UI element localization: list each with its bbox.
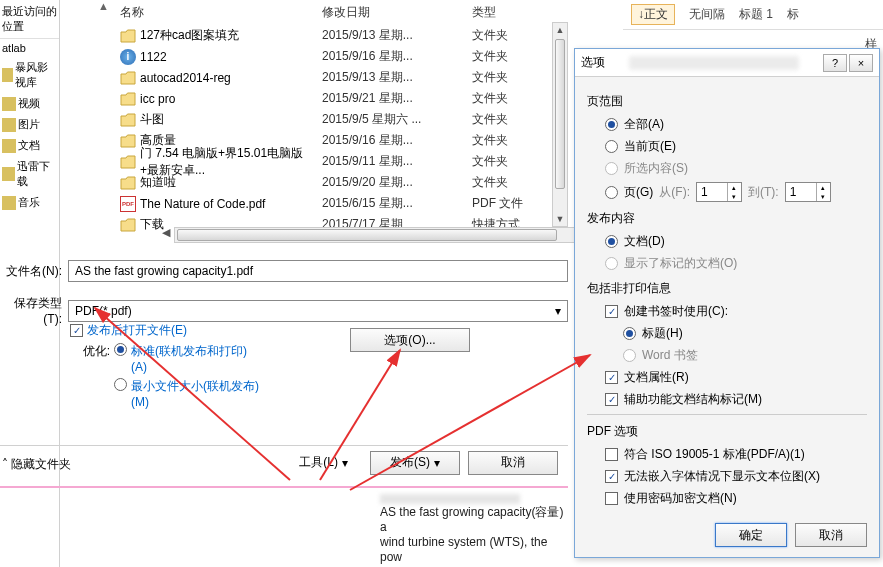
pdf-options-title: PDF 选项 bbox=[587, 423, 867, 440]
range-pages-radio[interactable] bbox=[605, 186, 618, 199]
document-text: AS the fast growing capacity(容量) a wind … bbox=[380, 505, 570, 567]
nav-item[interactable]: atlab bbox=[0, 39, 59, 57]
style-heading[interactable]: 标 bbox=[787, 6, 799, 23]
h-scrollbar[interactable]: ▶ bbox=[174, 227, 619, 243]
optimize-standard-label: 标准(联机发布和打印)(A) bbox=[131, 343, 261, 374]
folder-icon bbox=[120, 29, 136, 43]
chevron-up-icon: ˄ bbox=[2, 457, 11, 471]
folder-icon bbox=[120, 71, 136, 85]
word-bookmarks-radio bbox=[623, 349, 636, 362]
tools-button[interactable]: 工具(L)▾ bbox=[285, 452, 362, 474]
content-doc-radio[interactable] bbox=[605, 235, 618, 248]
hide-folders-toggle[interactable]: ˄ 隐藏文件夹 bbox=[2, 456, 71, 473]
chevron-down-icon: ▾ bbox=[434, 456, 440, 470]
docprops-checkbox[interactable]: ✓ bbox=[605, 371, 618, 384]
left-nav: 最近访问的位置 atlab 暴风影视库 视频 图片 文档 迅雷下载 音乐 bbox=[0, 0, 60, 567]
folder-icon bbox=[120, 92, 136, 106]
nav-item[interactable]: 文档 bbox=[0, 135, 59, 156]
optimize-minsize-radio[interactable] bbox=[114, 378, 127, 391]
bookmarks-checkbox[interactable]: ✓ bbox=[605, 305, 618, 318]
close-button[interactable]: × bbox=[849, 54, 873, 72]
optimize-standard-radio[interactable] bbox=[114, 343, 127, 356]
publish-content-title: 发布内容 bbox=[587, 210, 867, 227]
encrypt-checkbox[interactable] bbox=[605, 492, 618, 505]
file-row[interactable]: icc pro2015/9/21 星期...文件夹 bbox=[62, 88, 568, 109]
filetype-label: 保存类型(T): bbox=[0, 295, 62, 326]
options-dialog: 选项 ? × 页范围 全部(A) 当前页(E) 所选内容(S) 页(G) 从(F… bbox=[574, 48, 880, 558]
library-icon bbox=[2, 97, 16, 111]
open-after-label: 发布后打开文件(E) bbox=[87, 322, 187, 339]
style-nospacing[interactable]: 无间隔 bbox=[689, 6, 725, 23]
file-row[interactable]: 127种cad图案填充2015/9/13 星期...文件夹 bbox=[62, 25, 568, 46]
left-nav-header: 最近访问的位置 bbox=[0, 0, 59, 39]
dialog-titlebar: 选项 ? × bbox=[575, 49, 879, 77]
content-marked-radio bbox=[605, 257, 618, 270]
chevron-down-icon: ▾ bbox=[342, 456, 348, 470]
blurred-text bbox=[629, 56, 799, 70]
open-after-checkbox[interactable]: ✓ bbox=[70, 324, 83, 337]
help-button[interactable]: ? bbox=[823, 54, 847, 72]
filename-label: 文件名(N): bbox=[0, 263, 62, 280]
optimize-label: 优化: bbox=[70, 343, 110, 360]
range-selection-radio bbox=[605, 162, 618, 175]
filename-input[interactable] bbox=[68, 260, 568, 282]
nav-item[interactable]: 迅雷下载 bbox=[0, 156, 59, 192]
save-options: ✓ 发布后打开文件(E) 优化: 标准(联机发布和打印)(A) 最小文件大小(联… bbox=[70, 322, 568, 413]
file-row[interactable]: 斗图2015/9/5 星期六 ...文件夹 bbox=[62, 109, 568, 130]
info-icon: i bbox=[120, 49, 136, 65]
up-arrow-icon[interactable]: ▲ bbox=[98, 0, 109, 12]
file-list-area: ▲ 名称 修改日期 类型 127种cad图案填充2015/9/13 星期...文… bbox=[62, 0, 568, 245]
to-spinner[interactable]: 1▴▾ bbox=[785, 182, 831, 202]
dialog-bottom-bar: ˄ 隐藏文件夹 工具(L)▾ 发布(S)▾ 取消 bbox=[0, 445, 568, 479]
nonprint-title: 包括非打印信息 bbox=[587, 280, 867, 297]
nav-item[interactable]: 视频 bbox=[0, 93, 59, 114]
library-icon bbox=[2, 196, 16, 210]
col-date[interactable]: 修改日期 bbox=[322, 4, 472, 21]
blurred-heading bbox=[380, 494, 520, 504]
publish-button[interactable]: 发布(S)▾ bbox=[370, 451, 460, 475]
ok-button[interactable]: 确定 bbox=[715, 523, 787, 547]
cancel-button[interactable]: 取消 bbox=[468, 451, 558, 475]
filetype-combo[interactable]: PDF(*.pdf)▾ bbox=[68, 300, 568, 322]
range-all-radio[interactable] bbox=[605, 118, 618, 131]
col-type[interactable]: 类型 bbox=[472, 4, 552, 21]
chevron-down-icon: ▾ bbox=[555, 304, 561, 318]
dialog-cancel-button[interactable]: 取消 bbox=[795, 523, 867, 547]
library-icon bbox=[2, 167, 15, 181]
divider bbox=[0, 486, 568, 488]
file-row[interactable]: i11222015/9/16 星期...文件夹 bbox=[62, 46, 568, 67]
folder-icon bbox=[120, 176, 136, 190]
pdf-icon: PDF bbox=[120, 196, 136, 212]
page-range-title: 页范围 bbox=[587, 93, 867, 110]
folder-icon bbox=[120, 218, 136, 232]
file-list-header: 名称 修改日期 类型 bbox=[62, 0, 568, 25]
library-icon bbox=[2, 118, 16, 132]
dialog-title: 选项 bbox=[581, 54, 605, 71]
nav-item[interactable]: 图片 bbox=[0, 114, 59, 135]
nav-item[interactable]: 暴风影视库 bbox=[0, 57, 59, 93]
folder-icon bbox=[120, 155, 136, 169]
style-normal[interactable]: ↓正文 bbox=[631, 4, 675, 25]
library-icon bbox=[2, 139, 16, 153]
folder-icon bbox=[120, 113, 136, 127]
nav-item[interactable]: 音乐 bbox=[0, 192, 59, 213]
nav-left-icon[interactable]: ◀ bbox=[162, 226, 170, 239]
file-row[interactable]: PDFThe Nature of Code.pdf2015/6/15 星期...… bbox=[62, 193, 568, 214]
optimize-minsize-label: 最小文件大小(联机发布)(M) bbox=[131, 378, 261, 409]
word-styles-ribbon: ↓正文 无间隔 标题 1 标 bbox=[623, 0, 883, 30]
options-button[interactable]: 选项(O)... bbox=[350, 328, 470, 352]
v-scrollbar[interactable]: ▲▼ bbox=[552, 22, 568, 227]
style-heading1[interactable]: 标题 1 bbox=[739, 6, 773, 23]
bitmap-checkbox[interactable]: ✓ bbox=[605, 470, 618, 483]
library-icon bbox=[2, 68, 13, 82]
range-current-radio[interactable] bbox=[605, 140, 618, 153]
accessibility-checkbox[interactable]: ✓ bbox=[605, 393, 618, 406]
headings-radio[interactable] bbox=[623, 327, 636, 340]
iso-checkbox[interactable] bbox=[605, 448, 618, 461]
file-row[interactable]: 门 7.54 电脑版+界15.01电脑版+最新安卓...2015/9/11 星期… bbox=[62, 151, 568, 172]
file-row[interactable]: 知道啦2015/9/20 星期...文件夹 bbox=[62, 172, 568, 193]
file-row[interactable]: autocad2014-reg2015/9/13 星期...文件夹 bbox=[62, 67, 568, 88]
from-spinner[interactable]: 1▴▾ bbox=[696, 182, 742, 202]
